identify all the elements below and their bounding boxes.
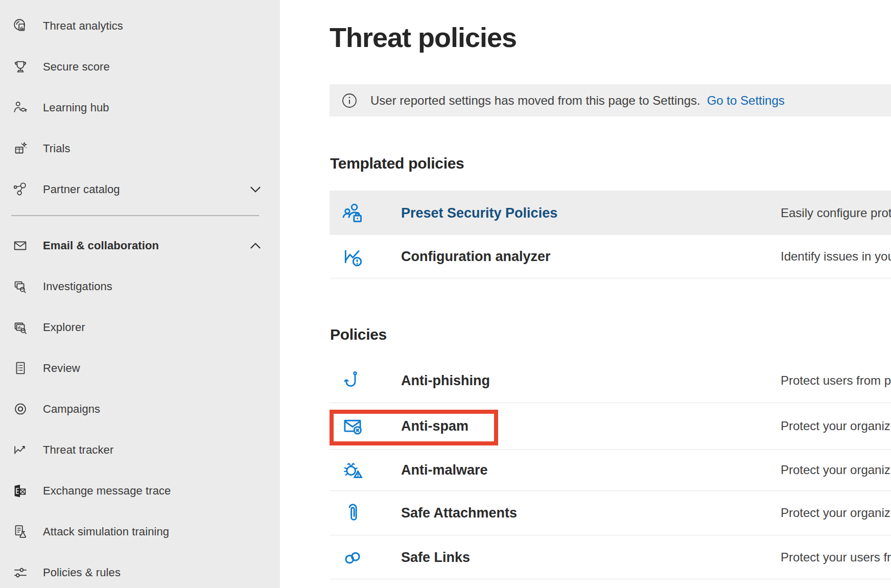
row-safe-attachments[interactable]: Safe Attachments Protect your organiz (330, 491, 891, 535)
anti-phishing-icon (337, 369, 368, 392)
configuration-analyzer-icon (337, 245, 368, 268)
sidebar-item-partner-catalog[interactable]: Partner catalog (0, 169, 280, 210)
chevron-up-icon[interactable] (249, 242, 262, 249)
sidebar-item-label: Partner catalog (43, 183, 120, 196)
safe-attachments-icon (337, 501, 368, 525)
sidebar-item-campaigns[interactable]: Campaigns (0, 389, 280, 430)
threat-tracker-icon (11, 441, 30, 459)
row-anti-malware[interactable]: Anti-malware Protect your organiz (330, 450, 891, 491)
sidebar-item-label: Review (43, 362, 80, 375)
campaigns-icon (11, 400, 30, 418)
sidebar-item-email-collaboration[interactable]: Email & collaboration (0, 225, 280, 266)
sidebar-item-label: Investigations (43, 280, 112, 293)
section-heading-policies: Policies (330, 326, 387, 343)
sidebar-item-attack-simulation-training[interactable]: Attack simulation training (0, 511, 280, 552)
sidebar-item-label: Trials (43, 142, 71, 155)
exchange-message-trace-icon (11, 482, 30, 500)
threat-analytics-icon (11, 17, 30, 35)
attack-simulation-icon (11, 523, 30, 541)
sidebar-item-label: Secure score (43, 60, 110, 74)
trials-icon (11, 139, 30, 158)
sidebar-item-label: Threat analytics (43, 19, 123, 33)
sidebar-item-threat-analytics[interactable]: Threat analytics (0, 6, 280, 46)
secure-score-icon (11, 58, 30, 76)
left-navigation: Threat analytics Secure score (0, 0, 280, 588)
sidebar-item-trials[interactable]: Trials (0, 128, 280, 169)
page-title: Threat policies (330, 22, 517, 53)
sidebar-item-label: Email & collaboration (43, 239, 159, 252)
sidebar-item-label: Policies & rules (43, 566, 121, 579)
row-configuration-analyzer[interactable]: Configuration analyzer Identify issues i… (330, 235, 891, 278)
investigations-icon (11, 277, 30, 296)
chevron-down-icon[interactable] (249, 186, 262, 193)
row-label[interactable]: Preset Security Policies (401, 205, 557, 221)
sidebar-item-secure-score[interactable]: Secure score (0, 46, 280, 87)
row-safe-links[interactable]: Safe Links Protect your users fr (330, 535, 891, 579)
row-description: Easily configure prot (781, 206, 891, 220)
anti-spam-icon (337, 414, 368, 438)
row-description: Protect your organiz (781, 506, 890, 520)
explorer-icon (11, 318, 30, 337)
sidebar-item-label: Learning hub (43, 101, 109, 114)
row-anti-phishing[interactable]: Anti-phishing Protect users from p (330, 359, 891, 403)
sidebar-item-explorer[interactable]: Explorer (0, 307, 280, 348)
policies-rules-icon (11, 563, 30, 582)
main-content: Threat policies User reported settings h… (280, 0, 891, 588)
row-description: Identify issues in you (781, 249, 891, 264)
sidebar-item-label: Campaigns (43, 403, 100, 416)
sidebar-item-label: Attack simulation training (43, 525, 169, 538)
preset-security-policies-icon (337, 201, 368, 225)
sidebar-item-learning-hub[interactable]: Learning hub (0, 87, 280, 128)
row-description: Protect your organiz (781, 463, 890, 477)
info-banner: User reported settings has moved from th… (330, 84, 891, 116)
row-label[interactable]: Safe Attachments (401, 505, 517, 521)
anti-malware-icon (337, 458, 368, 482)
sidebar-item-threat-tracker[interactable]: Threat tracker (0, 430, 280, 471)
sidebar-item-review[interactable]: Review (0, 348, 280, 389)
row-preset-security-policies[interactable]: Preset Security Policies Easily configur… (330, 191, 891, 235)
review-icon (11, 359, 30, 378)
email-collaboration-icon (11, 237, 30, 255)
row-anti-spam[interactable]: Anti-spam Protect your organiz (330, 403, 891, 450)
row-description: Protect users from p (781, 373, 891, 388)
row-label[interactable]: Safe Links (401, 549, 470, 565)
safe-links-icon (337, 546, 368, 569)
sidebar-item-investigations[interactable]: Investigations (0, 266, 280, 307)
sidebar-divider (11, 215, 259, 216)
sidebar-item-exchange-message-trace[interactable]: Exchange message trace (0, 471, 280, 511)
learning-hub-icon (11, 99, 30, 117)
row-description: Protect your users fr (781, 550, 891, 565)
row-label[interactable]: Anti-malware (401, 462, 488, 478)
sidebar-item-policies-rules[interactable]: Policies & rules (0, 552, 280, 588)
sidebar-item-label: Explorer (43, 321, 85, 334)
row-label[interactable]: Anti-spam (401, 418, 468, 434)
row-label[interactable]: Anti-phishing (401, 373, 490, 389)
sidebar-item-label: Exchange message trace (43, 484, 171, 498)
banner-message: User reported settings has moved from th… (370, 93, 700, 108)
section-heading-templated-policies: Templated policies (330, 155, 464, 172)
sidebar-item-label: Threat tracker (43, 443, 113, 457)
info-icon (342, 93, 357, 108)
row-description: Protect your organiz (781, 419, 890, 433)
row-label[interactable]: Configuration analyzer (401, 249, 551, 265)
go-to-settings-link[interactable]: Go to Settings (707, 93, 785, 108)
partner-catalog-icon (11, 180, 30, 199)
